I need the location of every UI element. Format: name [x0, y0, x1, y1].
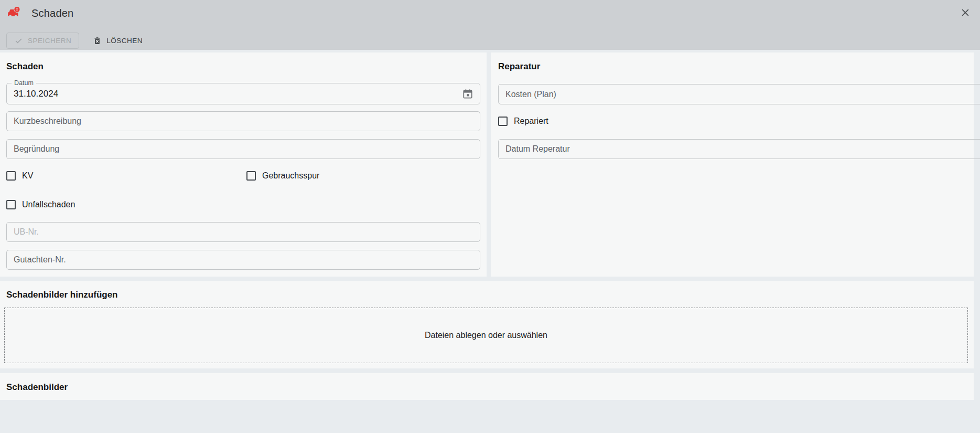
check-icon — [14, 36, 23, 45]
close-icon — [960, 7, 971, 18]
kurzbeschreibung-input[interactable] — [7, 112, 480, 131]
delete-button[interactable]: LÖSCHEN — [85, 33, 150, 49]
calendar-icon[interactable] — [462, 88, 473, 100]
datum-reparatur-field — [498, 139, 980, 159]
images-section: Schadenbilder — [0, 373, 974, 400]
begruendung-field — [6, 139, 480, 159]
damage-section: Schaden Datum KV — [0, 52, 487, 277]
checkbox-kv[interactable]: KV — [6, 171, 33, 181]
checkbox-gebrauchsspur-box[interactable] — [246, 171, 256, 181]
upload-section: Schadenbilder hinzufügen Dateien ablegen… — [0, 281, 974, 368]
checkbox-repariert-label: Repariert — [514, 117, 548, 126]
schaden-dialog: Schaden SPEICHERN — [0, 0, 980, 433]
damage-section-title: Schaden — [6, 61, 44, 72]
ub-nr-input — [7, 223, 480, 241]
kurzbeschreibung-field — [6, 111, 480, 131]
ub-nr-field — [6, 222, 480, 242]
checkbox-kv-box[interactable] — [6, 171, 16, 181]
datum-input[interactable] — [7, 83, 480, 104]
upload-section-title: Schadenbilder hinzufügen — [6, 290, 118, 300]
repair-section: Reparatur Repariert — [491, 52, 974, 277]
trash-icon — [93, 36, 102, 45]
car-crash-icon — [6, 6, 21, 20]
checkbox-unfallschaden[interactable]: Unfallschaden — [6, 200, 75, 209]
save-button[interactable]: SPEICHERN — [6, 33, 79, 49]
checkbox-unfallschaden-box[interactable] — [6, 200, 16, 209]
kosten-plan-field — [498, 84, 980, 104]
title-row: Schaden — [6, 4, 73, 22]
gutachten-nr-field — [6, 250, 480, 270]
gutachten-nr-input[interactable] — [7, 250, 480, 269]
checkbox-repariert[interactable]: Repariert — [498, 117, 548, 126]
checkbox-gebrauchsspur-label: Gebrauchsspur — [262, 171, 319, 181]
images-section-title: Schadenbilder — [6, 382, 68, 393]
checkbox-unfallschaden-label: Unfallschaden — [22, 200, 75, 209]
datum-reparatur-input[interactable] — [499, 140, 980, 159]
toolbar: SPEICHERN LÖSCHEN — [6, 33, 150, 49]
checkbox-repariert-box[interactable] — [498, 117, 508, 126]
close-button[interactable] — [959, 6, 972, 19]
checkbox-kv-label: KV — [22, 171, 33, 181]
begruendung-input[interactable] — [7, 140, 480, 159]
repair-section-title: Reparatur — [498, 61, 540, 72]
dropzone-text: Dateien ablegen oder auswählen — [425, 331, 547, 340]
page-title: Schaden — [31, 7, 73, 19]
file-dropzone[interactable]: Dateien ablegen oder auswählen — [4, 308, 968, 363]
checkbox-gebrauchsspur[interactable]: Gebrauchsspur — [246, 171, 319, 181]
header-bar: Schaden SPEICHERN — [0, 0, 980, 50]
datum-field: Datum — [6, 83, 480, 104]
kosten-plan-input[interactable] — [499, 85, 980, 104]
